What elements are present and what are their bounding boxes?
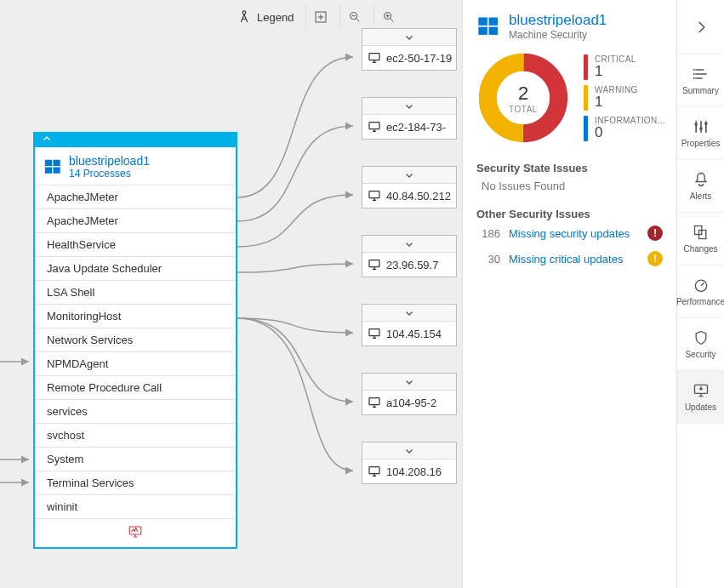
fit-to-screen-button[interactable] [305,5,334,29]
legend-icon [237,9,252,25]
security-icon [693,329,710,346]
target-body: 104.208.16 [362,460,456,483]
svg-rect-12 [369,260,379,267]
svg-rect-13 [369,329,379,336]
rail-tab-performance[interactable]: Performance [677,265,724,318]
svg-rect-11 [369,191,379,198]
process-list: ApacheJMeterApacheJMeterHealthServiceJav… [35,185,236,518]
process-item[interactable]: NPMDAgent [35,351,236,375]
legend-label: Legend [257,11,294,24]
target-node[interactable]: ec2-184-73- [362,97,457,140]
chevron-down-icon [404,308,414,318]
svg-rect-4 [45,160,52,166]
security-issue-row[interactable]: 186 Missing security updates ! [476,220,663,246]
chevron-down-icon [404,170,414,180]
rail-tab-updates[interactable]: Updates [677,371,724,424]
target-node[interactable]: 104.208.16 [362,442,457,484]
process-item[interactable]: Terminal Services [35,471,236,494]
chevron-down-icon [404,377,414,387]
issue-count: 186 [476,227,500,240]
legend-button[interactable]: Legend [230,8,300,26]
severity-item: INFORMATION... 0 [584,116,665,141]
security-state-title: Security State Issues [476,162,663,174]
rail-tab-summary[interactable]: Summary [677,54,724,107]
svg-rect-16 [478,18,487,26]
target-expand-button[interactable] [362,374,456,391]
issue-severity-badge: ! [647,225,663,241]
collapse-button[interactable] [35,134,236,147]
svg-point-22 [693,69,694,71]
process-item[interactable]: System [35,447,236,471]
rail-tab-changes[interactable]: Changes [677,213,724,265]
severity-count: 0 [595,125,665,141]
issue-link[interactable]: Missing critical updates [509,253,639,265]
monitor-icon [368,189,381,203]
process-item[interactable]: Remote Procedure Call [35,375,236,399]
svg-rect-14 [369,398,379,405]
performance-icon [693,277,710,294]
process-item[interactable]: ApacheJMeter [35,185,236,208]
target-expand-button[interactable] [362,167,456,184]
target-expand-button[interactable] [362,98,456,115]
target-node[interactable]: ec2-50-17-19 [362,28,457,71]
machine-node[interactable]: bluestripeload1 14 Processes ApacheJMete… [33,132,237,549]
rail-tab-security[interactable]: Security [677,318,724,371]
svg-rect-10 [369,123,379,129]
zoom-in-icon [382,10,396,24]
zoom-out-button[interactable] [339,5,368,29]
process-item[interactable]: svchost [35,423,236,447]
chevron-down-icon [404,32,414,43]
process-item[interactable]: MonitoringHost [35,304,236,328]
security-state-none: No Issues Found [482,180,663,192]
svg-rect-18 [478,27,487,35]
zoom-in-button[interactable] [373,5,402,29]
machine-title: bluestripeload1 [69,154,150,168]
target-body: ec2-184-73- [362,115,456,139]
rail-tab-label: Updates [685,402,716,412]
security-issue-list: 186 Missing security updates !30 Missing… [476,220,663,271]
security-issue-row[interactable]: 30 Missing critical updates ! [476,246,663,271]
process-item[interactable]: ApacheJMeter [35,208,236,232]
summary-icon [693,66,710,83]
target-body: a104-95-2 [362,391,456,414]
process-item[interactable]: services [35,399,236,423]
rail-tab-alerts[interactable]: Alerts [677,160,724,213]
svg-rect-25 [694,123,697,126]
issue-link[interactable]: Missing security updates [509,227,639,240]
right-rail: Summary Properties Alerts Changes Perfor… [676,0,724,588]
panel-collapse-button[interactable] [677,0,724,54]
svg-rect-26 [699,128,702,130]
rail-tab-label: Security [685,350,715,359]
monitor-icon [368,327,381,340]
monitor-icon [368,465,381,478]
target-label: ec2-50-17-19 [386,52,452,65]
rail-tab-properties[interactable]: Properties [677,107,724,160]
target-label: a104-95-2 [386,397,436,409]
severity-donut-chart: 2 TOTAL [476,51,570,145]
process-item[interactable]: Java Update Scheduler [35,256,236,280]
machine-process-count: 14 Processes [69,168,150,180]
machine-footer [35,518,236,547]
process-item[interactable]: Network Services [35,328,236,351]
target-expand-button[interactable] [362,29,456,46]
target-expand-button[interactable] [362,236,456,253]
chevron-down-icon [404,446,414,456]
severity-count: 1 [595,64,636,80]
process-item[interactable]: wininit [35,494,236,518]
target-expand-button[interactable] [362,305,456,322]
rail-tab-label: Changes [683,244,717,254]
monitor-icon [368,396,381,409]
process-item[interactable]: HealthService [35,232,236,256]
monitor-icon [368,258,381,271]
target-node[interactable]: 23.96.59.7 [362,235,457,277]
changes-icon [693,224,710,241]
target-expand-button[interactable] [362,442,456,460]
process-item[interactable]: LSA Shell [35,280,236,304]
severity-label: INFORMATION... [595,116,665,125]
target-body: 23.96.59.7 [362,253,456,277]
severity-item: WARNING 1 [584,85,665,111]
target-node[interactable]: 104.45.154 [362,304,457,346]
target-node[interactable]: a104-95-2 [362,373,457,415]
target-node[interactable]: 40.84.50.212 [362,166,457,208]
monitor-icon [368,120,381,134]
